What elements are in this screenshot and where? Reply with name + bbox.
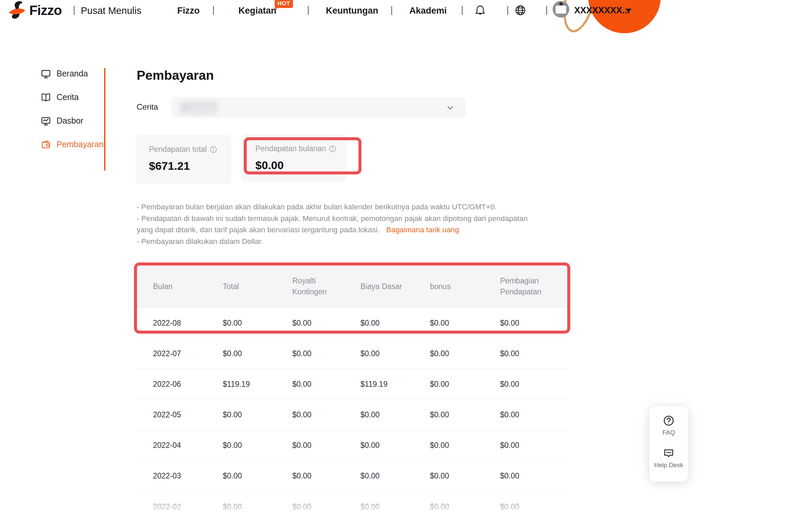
amount-cell: $0.00: [276, 502, 344, 511]
globe-icon[interactable]: [515, 5, 526, 16]
amount-cell: $0.00: [206, 441, 276, 450]
sidebar-item-pembayaran[interactable]: Pembayaran: [40, 132, 107, 156]
divider: [74, 6, 75, 15]
sidebar-item-cerita[interactable]: Cerita: [40, 85, 107, 109]
table-row: 2022-06$119.19$0.00$119.19$0.00$0.00: [137, 369, 567, 400]
amount-cell: $0.00: [206, 502, 276, 511]
bell-icon[interactable]: [474, 5, 486, 16]
amount-cell: $0.00: [344, 502, 414, 511]
amount-cell: $0.00: [414, 441, 484, 450]
hot-badge: HOT: [274, 0, 293, 8]
book-icon: [40, 92, 51, 103]
username[interactable]: XXXXXXXX...: [574, 5, 630, 16]
amount-cell: $0.00: [276, 441, 344, 450]
amount-cell: $0.00: [414, 410, 484, 419]
column-header: Royalti Kontingen: [276, 275, 344, 297]
amount-cell: $0.00: [276, 349, 344, 358]
nav-item-akademi[interactable]: Akademi: [409, 6, 447, 16]
amount-cell: $0.00: [344, 318, 414, 328]
amount-cell: $0.00: [206, 318, 276, 328]
amount-cell: $0.00: [484, 471, 567, 481]
amount-cell: $119.19: [206, 380, 276, 389]
amount-cell: $0.00: [414, 349, 484, 358]
amount-cell: $0.00: [206, 410, 276, 419]
column-header: Biaya Dasar: [344, 281, 414, 292]
divider: [308, 6, 309, 15]
story-filter-label: Cerita: [137, 102, 158, 112]
help-desk-button[interactable]: Help Desk: [654, 448, 683, 469]
amount-cell: $0.00: [484, 441, 567, 450]
info-icon[interactable]: [329, 145, 336, 153]
amount-cell: $0.00: [414, 380, 484, 389]
nav-item-keuntungan[interactable]: Keuntungan: [326, 6, 378, 16]
sidebar-item-beranda[interactable]: Beranda: [40, 62, 107, 85]
amount-cell: $0.00: [414, 318, 484, 328]
nav-item-fizzo[interactable]: Fizzo: [177, 6, 200, 16]
amount-cell: $0.00: [484, 502, 567, 511]
divider: [508, 6, 508, 15]
card-label: Pendapatan total: [149, 145, 217, 154]
help-desk-label: Help Desk: [654, 461, 683, 469]
column-header: Total: [206, 281, 276, 292]
how-to-withdraw-link[interactable]: Bagaimana tarik uang: [386, 225, 459, 234]
column-header: Pembagian Pendapatan: [484, 275, 567, 297]
amount-cell: $0.00: [484, 318, 567, 328]
avatar[interactable]: [553, 1, 569, 18]
amount-cell: $0.00: [276, 471, 344, 481]
note-line: - Pendapatan di bawah ini sudah termasuk…: [137, 213, 528, 224]
help-widget: FAQ Help Desk: [649, 406, 688, 482]
month-cell: 2022-05: [137, 410, 206, 419]
amount-cell: $0.00: [344, 441, 414, 450]
table-row: 2022-07$0.00$0.00$0.00$0.00$0.00: [137, 339, 567, 369]
top-navbar: Fizzo Pusat Menulis Fizzo Kegiatan HOT K…: [0, 0, 812, 21]
month-cell: 2022-08: [137, 318, 206, 328]
faq-button[interactable]: FAQ: [662, 415, 675, 436]
amount-cell: $0.00: [206, 471, 276, 481]
divider: [546, 6, 547, 15]
amount-cell: $0.00: [276, 380, 344, 389]
total-earnings-value: $671.21: [149, 159, 190, 173]
table-row: 2022-02$0.00$0.00$0.00$0.00$0.00: [137, 491, 567, 519]
note-line: yang dapat ditarik, dan tarif pajak akan…: [137, 224, 528, 236]
question-circle-icon: [663, 415, 674, 426]
faq-label: FAQ: [662, 429, 675, 436]
dashboard-icon: [40, 116, 51, 126]
page-title: Pembayaran: [137, 68, 214, 83]
table-row: 2022-08$0.00$0.00$0.00$0.00$0.00: [137, 308, 567, 339]
chevron-down-icon: [446, 104, 454, 112]
fizzo-logo-icon: [9, 1, 26, 19]
note-line-text: yang dapat ditarik, dan tarif pajak akan…: [137, 225, 379, 234]
workspace-title: Pusat Menulis: [81, 5, 141, 16]
table-row: 2022-03$0.00$0.00$0.00$0.00$0.00: [137, 461, 567, 491]
sidebar-item-label: Beranda: [57, 69, 88, 79]
month-cell: 2022-04: [137, 441, 206, 450]
card-label-text: Pendapatan total: [149, 145, 207, 154]
column-header: bonus: [414, 281, 484, 292]
caret-down-icon[interactable]: [626, 9, 632, 16]
month-cell: 2022-06: [137, 380, 206, 389]
amount-cell: $119.19: [344, 380, 414, 389]
amount-cell: $0.00: [484, 349, 567, 358]
amount-cell: $0.00: [344, 471, 414, 481]
amount-cell: $0.00: [484, 380, 567, 389]
table-body: 2022-08$0.00$0.00$0.00$0.00$0.002022-07$…: [137, 308, 567, 519]
sidebar-active-rule: [104, 68, 106, 171]
amount-cell: $0.00: [276, 410, 344, 419]
table-row: 2022-05$0.00$0.00$0.00$0.00$0.00: [137, 400, 567, 430]
amount-cell: $0.00: [344, 349, 414, 358]
nav-item-kegiatan[interactable]: Kegiatan: [238, 6, 276, 16]
info-icon[interactable]: [210, 146, 217, 153]
fizzo-wordmark[interactable]: Fizzo: [29, 3, 61, 18]
card-label: Pendapatan bulanan: [255, 144, 336, 153]
story-select-dropdown[interactable]: [171, 97, 466, 118]
payments-table: Bulan Total Royalti Kontingen Biaya Dasa…: [137, 265, 567, 519]
month-cell: 2022-02: [137, 502, 206, 511]
table-row: 2022-04$0.00$0.00$0.00$0.00$0.00: [137, 430, 567, 461]
note-line: - Pembayaran bulan berjalan akan dilakuk…: [137, 201, 528, 213]
chat-bubble-icon: [663, 448, 674, 459]
monthly-earnings-card: Pendapatan bulanan $0.00: [242, 134, 347, 182]
sidebar-item-dasbor[interactable]: Dasbor: [40, 109, 107, 132]
divider: [213, 6, 214, 15]
amount-cell: $0.00: [414, 471, 484, 481]
sidebar-item-label: Dasbor: [57, 116, 84, 126]
